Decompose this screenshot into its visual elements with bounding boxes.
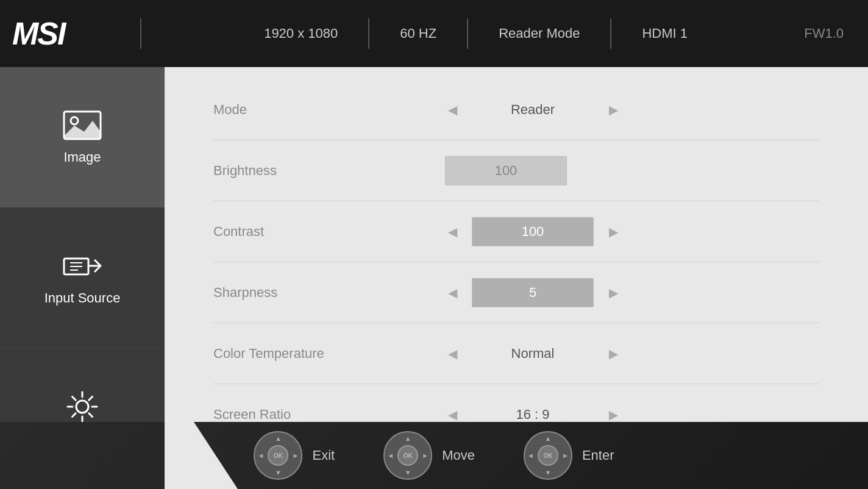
exit-dpad-up-icon: ▲: [275, 435, 282, 442]
move-control: ▲ ▼ ◄ ► OK Move: [383, 431, 475, 480]
exit-dpad-center: OK: [268, 445, 288, 466]
exit-dpad-down-icon: ▼: [275, 469, 282, 476]
sharpness-control: ◀ 5 ▶: [445, 278, 621, 307]
sidebar-item-image-label: Image: [63, 149, 101, 165]
enter-dpad[interactable]: ▲ ▼ ◄ ► OK: [524, 431, 572, 480]
contrast-value: 100: [472, 217, 594, 246]
move-dpad[interactable]: ▲ ▼ ◄ ► OK: [383, 431, 432, 480]
enter-dpad-up-icon: ▲: [544, 435, 551, 442]
enter-dpad-outer: ▲ ▼ ◄ ► OK: [524, 431, 572, 480]
header-divider-2: [368, 18, 369, 49]
contrast-left-arrow[interactable]: ◀: [445, 224, 460, 239]
move-dpad-down-icon: ▼: [405, 469, 411, 476]
move-dpad-left-icon: ◄: [387, 452, 394, 459]
enter-ok-label: OK: [543, 452, 552, 459]
mode-display: Reader Mode: [474, 26, 604, 41]
sharpness-value: 5: [472, 278, 594, 307]
mode-right-arrow[interactable]: ▶: [606, 102, 621, 117]
brightness-row: Brightness 100: [213, 140, 819, 201]
color-temperature-left-arrow[interactable]: ◀: [445, 346, 460, 361]
brightness-label: Brightness: [213, 163, 408, 179]
mode-control: ◀ Reader ▶: [445, 102, 621, 118]
input-source-icon: [61, 249, 104, 283]
header-info: 1920 x 1080 60 HZ Reader Mode HDMI 1: [148, 18, 804, 49]
color-temperature-right-arrow[interactable]: ▶: [606, 346, 621, 361]
sidebar-item-input-source-label: Input Source: [44, 290, 121, 306]
screen-ratio-value: 16 : 9: [472, 407, 594, 423]
header-divider-4: [610, 18, 611, 49]
contrast-right-arrow[interactable]: ▶: [606, 224, 621, 239]
screen-ratio-left-arrow[interactable]: ◀: [445, 407, 460, 422]
mode-row: Mode ◀ Reader ▶: [213, 79, 819, 140]
color-temperature-value: Normal: [472, 346, 594, 362]
resolution-display: 1920 x 1080: [240, 26, 362, 41]
screen-ratio-control: ◀ 16 : 9 ▶: [445, 407, 621, 423]
exit-dpad-left-icon: ◄: [257, 452, 264, 459]
enter-control: ▲ ▼ ◄ ► OK Enter: [524, 431, 614, 480]
screen-ratio-right-arrow[interactable]: ▶: [606, 407, 621, 422]
sharpness-label: Sharpness: [213, 285, 408, 301]
brightness-value: 100: [445, 156, 567, 185]
logo: MSI: [12, 15, 134, 52]
contrast-label: Contrast: [213, 224, 408, 240]
contrast-control: ◀ 100 ▶: [445, 217, 621, 246]
move-label: Move: [442, 448, 475, 463]
setting-icon: [61, 390, 104, 424]
enter-dpad-center: OK: [538, 445, 558, 466]
bottom-bar: ▲ ▼ ◄ ► OK Exit ▲ ▼ ◄ ► OK Move: [0, 422, 868, 489]
exit-dpad-outer: ▲ ▼ ◄ ► OK: [254, 431, 302, 480]
input-display: HDMI 1: [617, 26, 712, 41]
svg-point-7: [76, 401, 88, 413]
move-dpad-center: OK: [397, 445, 418, 466]
enter-dpad-down-icon: ▼: [544, 469, 551, 476]
sidebar-item-image[interactable]: Image: [0, 67, 165, 208]
exit-ok-label: OK: [274, 452, 283, 459]
header-divider-1: [140, 18, 141, 49]
logo-text: MSI: [12, 15, 65, 52]
image-icon: [61, 109, 104, 142]
color-temperature-control: ◀ Normal ▶: [445, 346, 621, 362]
sidebar-item-input-source[interactable]: Input Source: [0, 208, 165, 349]
refresh-rate-display: 60 HZ: [375, 26, 461, 41]
enter-label: Enter: [582, 448, 614, 463]
mode-left-arrow[interactable]: ◀: [445, 102, 460, 117]
color-temperature-row: Color Temperature ◀ Normal ▶: [213, 323, 819, 384]
exit-label: Exit: [312, 448, 335, 463]
enter-dpad-right-icon: ►: [562, 452, 569, 459]
sharpness-right-arrow[interactable]: ▶: [606, 285, 621, 300]
enter-dpad-left-icon: ◄: [527, 452, 534, 459]
color-temperature-label: Color Temperature: [213, 346, 408, 362]
header-divider-3: [467, 18, 468, 49]
brightness-control: 100: [445, 156, 567, 185]
mode-label: Mode: [213, 102, 408, 118]
sharpness-row: Sharpness ◀ 5 ▶: [213, 262, 819, 323]
move-ok-label: OK: [404, 452, 413, 459]
sharpness-left-arrow[interactable]: ◀: [445, 285, 460, 300]
exit-dpad-right-icon: ►: [293, 452, 299, 459]
move-dpad-outer: ▲ ▼ ◄ ► OK: [383, 431, 432, 480]
exit-control: ▲ ▼ ◄ ► OK Exit: [254, 431, 335, 480]
firmware-version: FW1.0: [804, 26, 856, 41]
screen-ratio-label: Screen Ratio: [213, 407, 408, 423]
svg-point-1: [71, 117, 78, 124]
exit-dpad[interactable]: ▲ ▼ ◄ ► OK: [254, 431, 302, 480]
svg-line-12: [73, 396, 76, 400]
svg-line-15: [73, 413, 76, 416]
contrast-row: Contrast ◀ 100 ▶: [213, 201, 819, 262]
move-dpad-up-icon: ▲: [405, 435, 411, 442]
move-dpad-right-icon: ►: [422, 452, 429, 459]
svg-line-14: [89, 396, 93, 400]
header: MSI 1920 x 1080 60 HZ Reader Mode HDMI 1…: [0, 0, 868, 67]
svg-line-13: [89, 413, 93, 416]
mode-value: Reader: [472, 102, 594, 118]
